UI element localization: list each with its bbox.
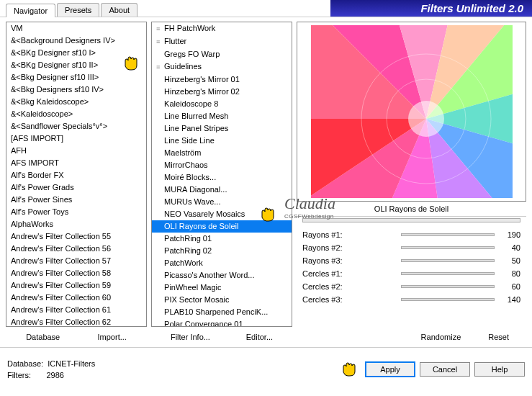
filter-item[interactable]: PIX Sector Mosaic [152,294,292,306]
param-row: Cercles #2:60 [302,280,520,293]
category-item[interactable]: Alf's Power Toys [6,206,146,218]
category-item[interactable]: &<Bkg Kaleidoscope> [6,96,146,108]
svg-point-2 [408,101,444,137]
category-item[interactable]: &<Kaleidoscope> [6,108,146,120]
tab-navigator[interactable]: Navigator [6,4,55,17]
category-item[interactable]: Alf's Border FX [6,169,146,181]
filter-name-label: OLI Rayons de Soleil [297,202,526,217]
filter-item[interactable]: Maelström [152,147,292,159]
category-item[interactable]: &<Sandflower Specials°v°> [6,120,146,132]
param-slider[interactable] [401,233,495,236]
param-value: 60 [499,282,520,291]
category-item[interactable]: AFH [6,145,146,157]
category-item[interactable]: Alf's Power Grads [6,181,146,194]
tab-bar: Navigator Presets About [0,0,330,17]
category-item[interactable]: Andrew's Filter Collection 61 [6,304,146,316]
filter-item[interactable]: MURA Diagonal... [152,184,292,196]
category-item[interactable]: [AFS IMPORT] [6,132,146,145]
app-title: Filters Unlimited 2.0 [330,0,532,17]
filter-info-button[interactable]: Filter Info... [168,331,213,343]
footer-info: Database: ICNET-Filters Filters: 2986 [7,358,95,381]
filter-item[interactable]: Hinzeberg's Mirror 01 [152,73,292,86]
filter-item[interactable]: MirrorChaos [152,159,292,171]
param-slider[interactable] [401,259,495,262]
filter-item[interactable]: ≡ Flutter [152,35,292,48]
category-item[interactable]: AlphaWorks [6,218,146,230]
filter-item[interactable]: PinWheel Magic [152,282,292,294]
apply-button[interactable]: Apply [365,361,415,377]
category-item[interactable]: VM [6,22,146,35]
filter-item[interactable]: PatchRing 02 [152,245,292,257]
tab-presets[interactable]: Presets [57,3,99,17]
category-item[interactable]: Andrew's Filter Collection 60 [6,292,146,304]
param-row: Cercles #3:140 [302,293,520,306]
filter-item[interactable]: Line Panel Stripes [152,122,292,135]
param-value: 80 [499,269,520,278]
filter-item[interactable]: Gregs FO Warp [152,48,292,60]
filter-item[interactable]: Kaleidoscope 8 [152,98,292,110]
cancel-button[interactable]: Cancel [420,362,470,377]
category-item[interactable]: Andrew's Filter Collection 58 [6,267,146,279]
preview-image [297,22,526,202]
param-label: Rayons #2: [302,243,397,252]
parameter-panel: Rayons #1:190Rayons #2:40Rayons #3:50Cer… [297,227,526,327]
filter-item[interactable]: Hinzeberg's Mirror 02 [152,86,292,98]
filter-item[interactable]: PatchRing 01 [152,233,292,245]
filter-list[interactable]: ≡ FH PatchWork≡ Flutter Gregs FO Warp≡ G… [151,22,292,327]
filter-item[interactable]: PLAB10 Sharpened PenciK... [152,306,292,318]
import-button[interactable]: Import... [95,331,130,343]
filter-item[interactable]: Line Side Line [152,135,292,147]
param-label: Cercles #2: [302,282,397,291]
category-item[interactable]: &<Background Designers IV> [6,35,146,47]
category-item[interactable]: AFS IMPORT [6,157,146,169]
param-slider[interactable] [401,285,495,288]
progress-bar [302,218,520,222]
filter-item[interactable]: Polar Convergance 01 [152,318,292,327]
filter-item[interactable]: Picasso's Another Word... [152,269,292,282]
param-value: 140 [499,295,520,304]
param-value: 40 [499,243,520,252]
filter-item[interactable]: ≡ FH PatchWork [152,22,292,35]
randomize-button[interactable]: Randomize [418,331,464,343]
category-item[interactable]: &<Bkg Designers sf10 IV> [6,84,146,96]
category-item[interactable]: Andrew's Filter Collection 57 [6,255,146,267]
category-item[interactable]: Andrew's Filter Collection 55 [6,230,146,243]
filter-item[interactable]: Line Blurred Mesh [152,110,292,122]
category-item[interactable]: &<Bkg Designer sf10 III> [6,71,146,84]
reset-button[interactable]: Reset [485,331,512,343]
param-label: Cercles #3: [302,295,397,304]
help-button[interactable]: Help [474,362,525,377]
pointer-icon [341,361,361,377]
param-row: Rayons #3:50 [302,254,520,267]
database-button[interactable]: Database [23,331,63,343]
param-slider[interactable] [401,298,495,301]
filter-item[interactable]: PatchWork [152,257,292,269]
category-item[interactable]: Andrew's Filter Collection 56 [6,243,146,255]
param-label: Rayons #3: [302,256,397,265]
category-item[interactable]: Alf's Power Sines [6,194,146,206]
param-label: Rayons #1: [302,230,397,239]
tab-about[interactable]: About [101,3,137,17]
param-label: Cercles #1: [302,269,397,278]
category-item[interactable]: Andrew's Filter Collection 59 [6,279,146,292]
param-row: Cercles #1:80 [302,267,520,280]
category-item[interactable]: Andrew's Filter Collection 62 [6,316,146,327]
param-slider[interactable] [401,272,495,275]
param-slider[interactable] [401,246,495,249]
param-row: Rayons #2:40 [302,241,520,254]
param-row: Rayons #1:190 [302,228,520,241]
param-value: 50 [499,256,520,265]
filter-item[interactable]: Moiré Blocks... [152,171,292,184]
param-value: 190 [499,230,520,239]
filter-item[interactable]: ≡ Guidelines [152,60,292,73]
editor-button[interactable]: Editor... [243,331,276,343]
